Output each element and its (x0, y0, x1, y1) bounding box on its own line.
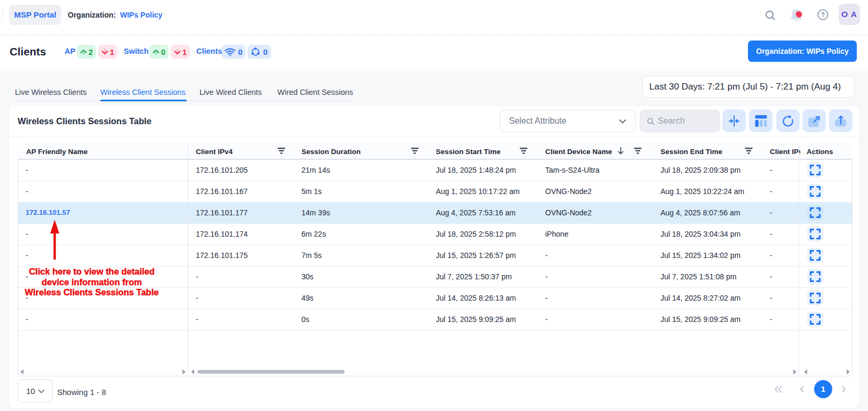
svg-text:?: ? (821, 11, 825, 19)
